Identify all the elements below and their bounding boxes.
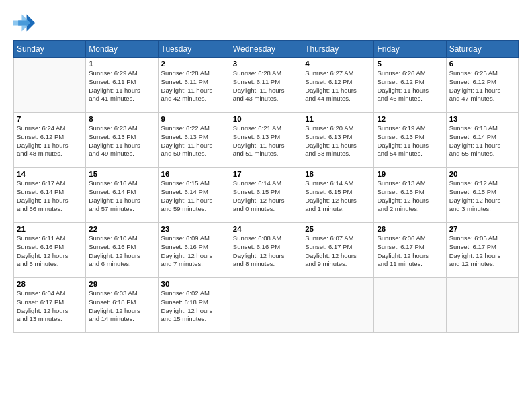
cell-info: Sunrise: 6:17 AM Sunset: 6:14 PM Dayligh… [17,179,83,214]
day-number: 9 [161,115,227,123]
day-number: 4 [305,60,371,68]
calendar-cell: 30Sunrise: 6:02 AM Sunset: 6:18 PM Dayli… [158,278,230,333]
week-row-4: 21Sunrise: 6:11 AM Sunset: 6:16 PM Dayli… [14,223,519,278]
logo [13,12,38,34]
cell-info: Sunrise: 6:26 AM Sunset: 6:12 PM Dayligh… [377,69,443,103]
day-number: 29 [89,280,154,288]
calendar-cell: 16Sunrise: 6:15 AM Sunset: 6:14 PM Dayli… [158,168,230,223]
calendar-cell: 13Sunrise: 6:18 AM Sunset: 6:14 PM Dayli… [446,113,518,168]
day-number: 24 [233,225,299,233]
calendar-cell: 24Sunrise: 6:08 AM Sunset: 6:16 PM Dayli… [230,223,302,278]
calendar-cell [14,58,86,113]
cell-info: Sunrise: 6:20 AM Sunset: 6:13 PM Dayligh… [305,124,371,158]
week-row-3: 14Sunrise: 6:17 AM Sunset: 6:14 PM Dayli… [14,168,519,223]
week-row-1: 1Sunrise: 6:29 AM Sunset: 6:11 PM Daylig… [14,58,519,113]
day-number: 17 [233,170,299,178]
day-number: 14 [17,170,83,178]
calendar-table: SundayMondayTuesdayWednesdayThursdayFrid… [13,40,519,333]
logo-icon [13,12,35,34]
day-number: 27 [449,225,515,233]
weekday-header-wednesday: Wednesday [230,41,302,58]
calendar-cell: 19Sunrise: 6:13 AM Sunset: 6:15 PM Dayli… [374,168,446,223]
calendar-cell: 1Sunrise: 6:29 AM Sunset: 6:11 PM Daylig… [86,58,158,113]
cell-info: Sunrise: 6:03 AM Sunset: 6:18 PM Dayligh… [89,289,154,324]
cell-info: Sunrise: 6:27 AM Sunset: 6:12 PM Dayligh… [305,69,371,103]
weekday-header-monday: Monday [86,41,158,58]
calendar-cell: 17Sunrise: 6:14 AM Sunset: 6:15 PM Dayli… [230,168,302,223]
day-number: 25 [305,225,371,233]
calendar-cell: 9Sunrise: 6:22 AM Sunset: 6:13 PM Daylig… [158,113,230,168]
weekday-header-friday: Friday [374,41,446,58]
calendar-cell: 11Sunrise: 6:20 AM Sunset: 6:13 PM Dayli… [302,113,374,168]
week-row-5: 28Sunrise: 6:04 AM Sunset: 6:17 PM Dayli… [14,278,519,333]
weekday-header-sunday: Sunday [14,41,86,58]
cell-info: Sunrise: 6:02 AM Sunset: 6:18 PM Dayligh… [161,289,227,324]
cell-info: Sunrise: 6:16 AM Sunset: 6:14 PM Dayligh… [89,179,154,214]
cell-info: Sunrise: 6:08 AM Sunset: 6:16 PM Dayligh… [233,234,299,269]
calendar-cell: 20Sunrise: 6:12 AM Sunset: 6:15 PM Dayli… [446,168,518,223]
day-number: 8 [89,115,154,123]
calendar-cell: 28Sunrise: 6:04 AM Sunset: 6:17 PM Dayli… [14,278,86,333]
header-row [13,12,519,34]
day-number: 5 [377,60,443,68]
calendar-cell [302,278,374,333]
calendar-cell: 27Sunrise: 6:05 AM Sunset: 6:17 PM Dayli… [446,223,518,278]
calendar-cell [230,278,302,333]
day-number: 19 [377,170,443,178]
day-number: 21 [17,225,83,233]
day-number: 22 [89,225,154,233]
calendar-cell: 6Sunrise: 6:25 AM Sunset: 6:12 PM Daylig… [446,58,518,113]
day-number: 7 [17,115,83,123]
weekday-header-row: SundayMondayTuesdayWednesdayThursdayFrid… [14,41,519,58]
day-number: 23 [161,225,227,233]
day-number: 6 [449,60,515,68]
cell-info: Sunrise: 6:14 AM Sunset: 6:15 PM Dayligh… [233,179,299,214]
day-number: 16 [161,170,227,178]
day-number: 28 [17,280,83,288]
day-number: 30 [161,280,227,288]
day-number: 10 [233,115,299,123]
cell-info: Sunrise: 6:13 AM Sunset: 6:15 PM Dayligh… [377,179,443,214]
calendar-cell: 2Sunrise: 6:28 AM Sunset: 6:11 PM Daylig… [158,58,230,113]
cell-info: Sunrise: 6:18 AM Sunset: 6:14 PM Dayligh… [449,124,515,158]
cell-info: Sunrise: 6:12 AM Sunset: 6:15 PM Dayligh… [449,179,515,214]
calendar-cell: 25Sunrise: 6:07 AM Sunset: 6:17 PM Dayli… [302,223,374,278]
cell-info: Sunrise: 6:22 AM Sunset: 6:13 PM Dayligh… [161,124,227,158]
calendar-cell: 15Sunrise: 6:16 AM Sunset: 6:14 PM Dayli… [86,168,158,223]
cell-info: Sunrise: 6:04 AM Sunset: 6:17 PM Dayligh… [17,289,83,324]
weekday-header-tuesday: Tuesday [158,41,230,58]
cell-info: Sunrise: 6:28 AM Sunset: 6:11 PM Dayligh… [233,69,299,103]
calendar-cell: 12Sunrise: 6:19 AM Sunset: 6:13 PM Dayli… [374,113,446,168]
calendar-cell: 7Sunrise: 6:24 AM Sunset: 6:12 PM Daylig… [14,113,86,168]
calendar-cell: 4Sunrise: 6:27 AM Sunset: 6:12 PM Daylig… [302,58,374,113]
cell-info: Sunrise: 6:07 AM Sunset: 6:17 PM Dayligh… [305,234,371,269]
cell-info: Sunrise: 6:24 AM Sunset: 6:12 PM Dayligh… [17,124,83,158]
cell-info: Sunrise: 6:23 AM Sunset: 6:13 PM Dayligh… [89,124,154,158]
calendar-cell [374,278,446,333]
cell-info: Sunrise: 6:29 AM Sunset: 6:11 PM Dayligh… [89,69,154,103]
calendar-cell: 5Sunrise: 6:26 AM Sunset: 6:12 PM Daylig… [374,58,446,113]
calendar-cell: 22Sunrise: 6:10 AM Sunset: 6:16 PM Dayli… [86,223,158,278]
week-row-2: 7Sunrise: 6:24 AM Sunset: 6:12 PM Daylig… [14,113,519,168]
calendar-cell: 29Sunrise: 6:03 AM Sunset: 6:18 PM Dayli… [86,278,158,333]
day-number: 1 [89,60,154,68]
calendar-cell: 3Sunrise: 6:28 AM Sunset: 6:11 PM Daylig… [230,58,302,113]
day-number: 13 [449,115,515,123]
cell-info: Sunrise: 6:05 AM Sunset: 6:17 PM Dayligh… [449,234,515,269]
day-number: 20 [449,170,515,178]
weekday-header-saturday: Saturday [446,41,518,58]
cell-info: Sunrise: 6:11 AM Sunset: 6:16 PM Dayligh… [17,234,83,269]
day-number: 18 [305,170,371,178]
calendar-cell: 10Sunrise: 6:21 AM Sunset: 6:13 PM Dayli… [230,113,302,168]
calendar-cell: 26Sunrise: 6:06 AM Sunset: 6:17 PM Dayli… [374,223,446,278]
day-number: 12 [377,115,443,123]
day-number: 3 [233,60,299,68]
cell-info: Sunrise: 6:25 AM Sunset: 6:12 PM Dayligh… [449,69,515,103]
weekday-header-thursday: Thursday [302,41,374,58]
day-number: 15 [89,170,154,178]
calendar-cell: 14Sunrise: 6:17 AM Sunset: 6:14 PM Dayli… [14,168,86,223]
cell-info: Sunrise: 6:14 AM Sunset: 6:15 PM Dayligh… [305,179,371,214]
calendar-cell: 18Sunrise: 6:14 AM Sunset: 6:15 PM Dayli… [302,168,374,223]
cell-info: Sunrise: 6:10 AM Sunset: 6:16 PM Dayligh… [89,234,154,269]
day-number: 26 [377,225,443,233]
